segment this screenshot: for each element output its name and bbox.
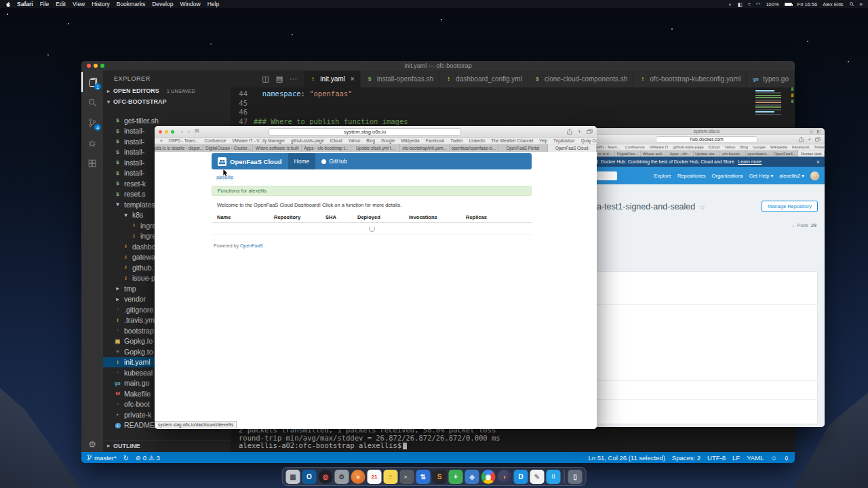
split-editor-icon[interactable]: ◫: [262, 75, 269, 83]
new-tab-icon[interactable]: +: [578, 128, 581, 135]
bookmarks-overflow-icon[interactable]: »: [160, 138, 163, 143]
project-root-section[interactable]: ▾ OFC-BOOTSTRAP: [103, 96, 231, 107]
bookmark-item[interactable]: Yelp: [539, 138, 547, 143]
bookmark-item[interactable]: github-stats-page: [291, 138, 324, 143]
bookmark-item[interactable]: Confluence: [625, 145, 644, 149]
bookmark-item[interactable]: VMware IT: [650, 145, 669, 149]
dock-app-icon[interactable]: S: [433, 470, 447, 484]
minimize-button[interactable]: [94, 64, 98, 68]
dock-app-icon[interactable]: +: [449, 470, 463, 484]
avatar[interactable]: [810, 171, 819, 180]
search-input[interactable]: [594, 171, 617, 180]
menu-item[interactable]: File: [40, 1, 50, 7]
back-icon[interactable]: ‹: [181, 128, 183, 135]
share-icon[interactable]: [567, 128, 572, 135]
menu-item[interactable]: Bookmarks: [117, 1, 146, 7]
dock-app-icon[interactable]: ◗: [498, 470, 512, 484]
nav-item[interactable]: Organizations: [712, 173, 743, 179]
settings-gear-icon[interactable]: ⚙: [88, 439, 96, 449]
vscode-titlebar[interactable]: init.yaml — ofc-bootstrap: [81, 61, 795, 70]
git-branch-item[interactable]: master*: [87, 454, 117, 462]
close-button[interactable]: [159, 130, 162, 134]
bookmark-item[interactable]: Quay Contains...istry: [581, 138, 597, 143]
dock-app-icon[interactable]: ⇅: [416, 470, 431, 484]
close-icon[interactable]: ×: [351, 75, 355, 83]
browser-tab[interactable]: Docker Hub: [798, 150, 825, 157]
bookmark-item[interactable]: Confluence: [205, 138, 226, 143]
browser-tab[interactable]: Apps - ofc...: [667, 150, 694, 157]
star-icon[interactable]: ☆: [699, 203, 705, 211]
bookmark-item[interactable]: Wikipedia: [770, 145, 787, 149]
outline-section[interactable]: ▸ OUTLINE: [103, 440, 231, 451]
spotlight-icon[interactable]: [849, 1, 854, 7]
nav-home[interactable]: Home: [288, 153, 316, 169]
new-tab-icon[interactable]: +: [808, 136, 811, 142]
browser-tab[interactable]: Apps - ofc-bootstrap t...: [302, 144, 351, 152]
dock-app-icon[interactable]: ◆: [465, 470, 479, 484]
indentation[interactable]: Spaces: 2: [672, 454, 701, 462]
terminal-panel[interactable]: 2 packets transmitted, 1 packets receive…: [231, 425, 795, 452]
bookmark-item[interactable]: OSPD - Team...: [169, 138, 199, 143]
dock-app-icon[interactable]: >_: [400, 470, 414, 484]
nav-item[interactable]: Explore: [654, 173, 671, 179]
share-icon[interactable]: [799, 136, 804, 142]
tab-overview-icon[interactable]: [587, 129, 593, 134]
notifications-bell-icon[interactable]: [784, 455, 789, 461]
browser-tab[interactable]: DigitalOce...: [615, 150, 642, 157]
bookmark-item[interactable]: LinkedIn: [469, 138, 486, 143]
source-control-icon[interactable]: 4: [81, 113, 103, 133]
trash-icon[interactable]: ▯: [568, 470, 583, 484]
menu-item[interactable]: Window: [180, 1, 200, 7]
nav-item[interactable]: Repositories: [677, 173, 706, 179]
bluetooth-icon[interactable]: ◧: [738, 1, 743, 7]
forward-icon[interactable]: ›: [188, 128, 190, 135]
layout-icon[interactable]: ▤: [276, 75, 283, 83]
nav-item[interactable]: alexellis2 ▾: [779, 173, 804, 179]
bookmark-item[interactable]: The Weather Channel: [492, 138, 534, 143]
tab-overview-icon[interactable]: [815, 137, 821, 142]
bookmark-item[interactable]: Yahoo: [349, 138, 361, 143]
bookmark-item[interactable]: Bing: [366, 138, 375, 143]
dock-app-icon[interactable]: ≡: [384, 470, 398, 484]
browser-tab[interactable]: DigitalOcean - Cluster...: [203, 144, 252, 152]
notification-center-icon[interactable]: ≡: [860, 1, 863, 7]
editor-tab[interactable]: install-openfaas.sh ×: [361, 70, 439, 87]
file-tree-item[interactable]: get-tiller.sh: [103, 115, 231, 126]
sidebar-icon[interactable]: ▤: [195, 128, 199, 135]
editor-tab[interactable]: dashboard_config.yml ×: [439, 70, 528, 87]
safari2-titlebar[interactable]: system.o6s.io ◎ ◧: [589, 128, 825, 135]
more-actions-icon[interactable]: ⋯: [290, 75, 297, 83]
extensions-icon[interactable]: [81, 153, 103, 174]
eol[interactable]: LF: [732, 454, 740, 462]
sync-item[interactable]: ↻: [123, 454, 129, 462]
close-icon[interactable]: ×: [816, 159, 820, 165]
bookmark-item[interactable]: OSPD - Team...: [593, 145, 620, 149]
bookmark-item[interactable]: VMware IT - V...ity Manager: [232, 138, 285, 143]
active-app-menu[interactable]: Safari: [17, 1, 33, 7]
bookmark-item[interactable]: iCloud: [709, 145, 719, 149]
browser-tab[interactable]: ofc-bootst...: [719, 150, 746, 157]
safari1-toolbar[interactable]: ‹ › ▤ system.stag.o6s.io +: [155, 126, 597, 138]
editor-tab[interactable]: init.yaml ×: [304, 70, 361, 87]
dock-app-icon[interactable]: ▦: [286, 470, 300, 484]
dock-app-icon[interactable]: D: [514, 470, 528, 484]
feedback-smiley-icon[interactable]: ☺: [770, 454, 777, 462]
address-bar[interactable]: system.stag.o6s.io: [269, 128, 461, 136]
bookmark-item[interactable]: Facebook: [792, 145, 809, 149]
openfaas-brand[interactable]: OpenFaaS Cloud: [212, 153, 288, 169]
browser-tab[interactable]: openfaas/openfaas-cl...: [450, 144, 498, 152]
zoom-button[interactable]: [171, 130, 174, 134]
browser-tab[interactable]: OpenFaaS...: [772, 150, 799, 157]
learn-more-link[interactable]: Learn more: [738, 159, 762, 164]
bookmark-item[interactable]: Bing: [740, 145, 748, 149]
bookmark-item[interactable]: iCloud: [330, 138, 342, 143]
bookmark-item[interactable]: Twitter: [814, 145, 825, 149]
bookmark-item[interactable]: Facebook: [426, 138, 445, 143]
bookmark-item[interactable]: TripAdvisor: [553, 138, 575, 143]
download-icon[interactable]: ◎: [810, 129, 813, 134]
bookmark-item[interactable]: github-stats-page: [673, 145, 704, 149]
dock-app-icon[interactable]: 21: [368, 470, 382, 484]
language-mode[interactable]: YAML: [747, 454, 764, 462]
browser-tab[interactable]: Where software is built: [253, 144, 302, 152]
menu-item[interactable]: Edit: [56, 1, 66, 7]
